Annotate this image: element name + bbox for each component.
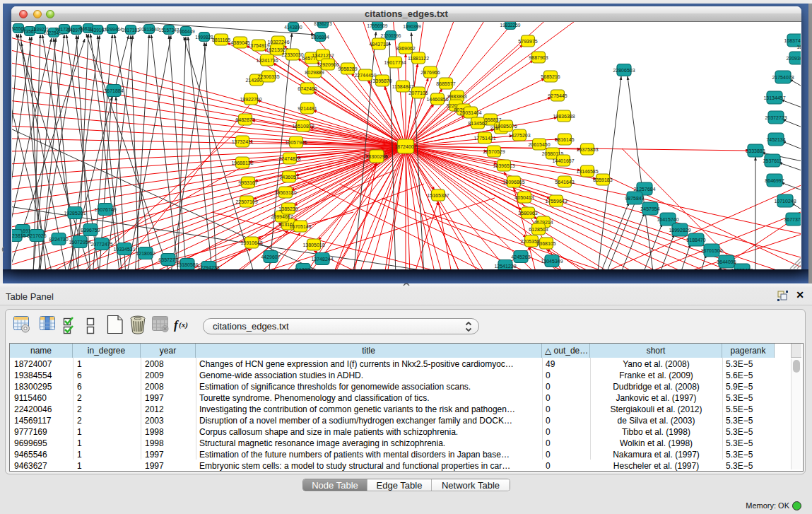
svg-text:8359183: 8359183 xyxy=(593,177,612,182)
svg-text:8396759: 8396759 xyxy=(81,228,100,233)
svg-text:20772475: 20772475 xyxy=(90,242,112,247)
svg-text:9887903: 9887903 xyxy=(529,55,548,60)
svg-text:5793975: 5793975 xyxy=(518,39,537,44)
svg-text:8134562: 8134562 xyxy=(468,121,487,126)
svg-text:2537611: 2537611 xyxy=(763,158,782,163)
svg-text:13701506: 13701506 xyxy=(700,248,722,253)
svg-text:9983893: 9983893 xyxy=(447,94,466,99)
svg-text:22806503: 22806503 xyxy=(613,68,635,73)
svg-text:14275203: 14275203 xyxy=(508,133,530,138)
svg-text:18300295: 18300295 xyxy=(365,154,387,159)
svg-text:19688132: 19688132 xyxy=(231,160,253,165)
svg-text:21257684: 21257684 xyxy=(633,187,655,192)
svg-text:6357277: 6357277 xyxy=(158,257,177,262)
svg-text:18724007: 18724007 xyxy=(394,144,416,149)
svg-text:16072954: 16072954 xyxy=(69,240,90,245)
svg-text:12294238: 12294238 xyxy=(197,265,219,270)
svg-text:19836388: 19836388 xyxy=(553,114,575,119)
svg-text:4050413: 4050413 xyxy=(514,195,534,200)
svg-text:11881122: 11881122 xyxy=(408,56,429,61)
svg-text:17559643: 17559643 xyxy=(545,199,567,204)
svg-text:9953167: 9953167 xyxy=(238,180,257,185)
svg-text:16705148: 16705148 xyxy=(289,224,311,229)
svg-text:(x): (x) xyxy=(179,320,188,329)
svg-text:2457954: 2457954 xyxy=(640,206,659,211)
svg-text:19832259: 19832259 xyxy=(500,23,521,28)
svg-text:8224730: 8224730 xyxy=(49,237,68,242)
svg-text:18922760: 18922760 xyxy=(240,97,261,102)
svg-text:3917183: 3917183 xyxy=(122,28,140,33)
svg-text:13805018: 13805018 xyxy=(302,243,324,247)
svg-text:20031404: 20031404 xyxy=(459,110,481,115)
svg-text:5685216: 5685216 xyxy=(541,74,560,79)
svg-text:19017734: 19017734 xyxy=(384,60,406,65)
svg-text:22744459: 22744459 xyxy=(354,73,376,78)
svg-text:18096865: 18096865 xyxy=(502,180,524,185)
svg-text:20372723: 20372723 xyxy=(765,115,787,120)
svg-text:7452134: 7452134 xyxy=(766,137,785,142)
svg-text:20813640: 20813640 xyxy=(139,27,160,32)
svg-text:8369062: 8369062 xyxy=(396,46,415,51)
svg-text:16510878: 16510878 xyxy=(292,124,314,129)
svg-text:8806804: 8806804 xyxy=(311,35,329,40)
svg-text:15375853: 15375853 xyxy=(576,147,598,152)
svg-text:19299464: 19299464 xyxy=(102,27,123,32)
svg-text:19085076: 19085076 xyxy=(495,124,517,129)
svg-text:5188470: 5188470 xyxy=(686,238,705,243)
svg-text:11584847: 11584847 xyxy=(392,84,414,89)
svg-text:3333883: 3333883 xyxy=(746,148,765,153)
svg-text:5641643: 5641643 xyxy=(555,180,574,185)
svg-text:9816145: 9816145 xyxy=(555,137,574,142)
svg-text:13241736: 13241736 xyxy=(256,58,278,63)
svg-text:9958289: 9958289 xyxy=(338,66,357,71)
svg-text:4245263: 4245263 xyxy=(511,255,530,259)
svg-text:22093651: 22093651 xyxy=(786,56,801,61)
svg-text:10334531: 10334531 xyxy=(113,247,135,252)
svg-text:10323815: 10323815 xyxy=(12,233,26,238)
svg-text:17751421: 17751421 xyxy=(473,136,495,141)
svg-text:12920906: 12920906 xyxy=(317,62,339,67)
svg-text:15180586: 15180586 xyxy=(176,262,198,267)
svg-text:2066449: 2066449 xyxy=(177,29,195,34)
svg-text:1999828: 1999828 xyxy=(195,35,213,40)
svg-text:18992829: 18992829 xyxy=(669,228,690,233)
svg-text:21754078: 21754078 xyxy=(772,75,794,80)
svg-text:15165337: 15165337 xyxy=(427,193,449,198)
svg-text:2077105: 2077105 xyxy=(408,90,428,95)
svg-text:9214491: 9214491 xyxy=(298,106,317,111)
svg-text:6368105: 6368105 xyxy=(536,241,555,246)
svg-text:9875847: 9875847 xyxy=(625,196,644,201)
svg-text:10837430: 10837430 xyxy=(784,38,801,43)
svg-text:3644095: 3644095 xyxy=(717,259,736,264)
svg-text:14460856: 14460856 xyxy=(426,97,448,102)
svg-text:3677374: 3677374 xyxy=(784,217,801,222)
svg-text:3395870: 3395870 xyxy=(372,78,392,83)
svg-text:13146585: 13146585 xyxy=(576,169,598,174)
svg-text:1218062: 1218062 xyxy=(136,251,155,256)
svg-text:15076749: 15076749 xyxy=(94,207,116,212)
svg-text:17956909: 17956909 xyxy=(367,23,388,28)
svg-text:8685577: 8685577 xyxy=(436,81,455,86)
svg-text:8811165: 8811165 xyxy=(212,37,230,42)
svg-text:14401657: 14401657 xyxy=(552,158,574,163)
svg-text:22330030: 22330030 xyxy=(281,52,303,57)
svg-text:22474828: 22474828 xyxy=(278,156,300,161)
svg-text:6482877: 6482877 xyxy=(235,117,254,122)
svg-text:9275445: 9275445 xyxy=(548,93,567,98)
svg-text:16396513: 16396513 xyxy=(493,163,514,168)
svg-text:13421212: 13421212 xyxy=(312,53,334,58)
svg-text:12541238: 12541238 xyxy=(494,264,516,269)
svg-text:8029889: 8029889 xyxy=(305,70,324,75)
svg-text:9436057: 9436057 xyxy=(279,175,298,180)
svg-text:22507109: 22507109 xyxy=(235,199,257,204)
svg-text:8336273: 8336273 xyxy=(314,22,332,26)
svg-text:13134457: 13134457 xyxy=(763,95,785,100)
svg-text:4143890: 4143890 xyxy=(284,25,302,30)
svg-text:6742460: 6742460 xyxy=(298,86,317,91)
svg-text:19563180: 19563180 xyxy=(274,190,296,195)
svg-text:1890399: 1890399 xyxy=(403,24,421,29)
svg-text:2580963: 2580963 xyxy=(518,211,537,216)
svg-text:4843718: 4843718 xyxy=(369,42,388,47)
svg-text:2876966: 2876966 xyxy=(420,70,440,75)
svg-text:16213925: 16213925 xyxy=(266,47,288,52)
